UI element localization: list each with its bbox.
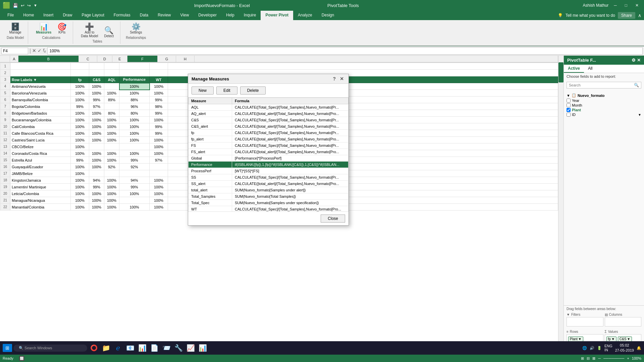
taskbar-battery-icon[interactable]: 🔋 [597,346,602,350]
cell-fp[interactable]: 100% [71,184,89,190]
measure-formula-cell[interactable]: SUM(Nuevo_formato[Samples under specific… [232,200,348,206]
measure-row[interactable]: SSCALCULATE([Total_Spec]/[Total_Samples]… [189,174,348,181]
measure-name-cell[interactable]: C&S [189,117,232,123]
kpis-button[interactable]: 🎯 KPIs [55,22,69,35]
taskbar-network-icon[interactable]: 🌐 [582,346,587,350]
measure-row[interactable]: FS_alertCALCULATE([total_alert]/[Total_S… [189,149,348,155]
col-header-g[interactable]: G [158,56,176,62]
cell-aql[interactable]: 100% [104,157,119,164]
cell-performance[interactable]: 94% [119,177,150,184]
cell-wt[interactable]: 100% [150,83,168,90]
cell-plant[interactable]: Estrella Azul [10,157,71,164]
quick-access-save[interactable]: 💾 [13,3,18,8]
cell-cs[interactable]: 97% [89,103,104,110]
cell-wt[interactable]: 100% [150,190,168,197]
dialog-help-icon[interactable]: ? [331,76,337,81]
cell-cs[interactable]: 99% [89,97,104,103]
quick-access-undo[interactable]: ↩ [21,3,24,8]
pivot-field-month-checkbox[interactable] [567,103,571,107]
col-header-d[interactable]: D [97,56,112,62]
taskbar-app1[interactable]: 📨 [161,343,172,353]
cell-aql[interactable] [104,170,119,177]
taskbar-excel[interactable]: 📊 [137,343,148,353]
cell-cs[interactable]: 100% [89,123,104,130]
chip-dropdown-fp[interactable]: ▼ [611,337,615,341]
measure-formula-cell[interactable]: CALCULATE([Total_Spec]/[Total_Samples],N… [232,130,348,136]
cell-aql[interactable]: 100% [104,117,119,123]
cell-cs[interactable]: 100% [89,117,104,123]
cell-wt[interactable]: 100% [150,150,168,157]
cell-plant[interactable]: Bridgetown/Barbados [10,110,71,117]
tell-me-field[interactable]: Tell me what you want to do [566,13,615,18]
start-button[interactable]: ⊞ [3,344,12,352]
measure-name-cell[interactable]: fp [189,130,232,136]
cell-performance[interactable]: 100% [119,137,150,143]
cell-cs[interactable] [89,170,104,177]
table-cell[interactable] [119,70,150,76]
pivot-tab-active[interactable]: Active [564,65,584,73]
taskbar-sound-icon[interactable]: 🔊 [590,346,594,350]
measure-formula-cell[interactable]: CALCULATE([total_alert]/[Total_Samples],… [232,111,348,117]
new-measure-button[interactable]: New [192,86,214,95]
cell-plant[interactable]: Guayaquil/Ecuador [10,164,71,170]
cell-aql[interactable]: 100% [104,197,119,204]
taskbar-app3[interactable]: 📊 [197,343,208,353]
pivot-search-input[interactable] [569,83,634,87]
measure-formula-cell[interactable]: CALCULATE([total_alert]/[Total_Samples],… [232,149,348,155]
cell-aql[interactable]: 100% [104,177,119,184]
settings-button[interactable]: ⚙️ Settings [127,22,144,35]
table-cell[interactable] [104,70,119,76]
measure-name-cell[interactable]: Global [189,155,232,162]
pivot-gear-icon[interactable]: ⚙ [632,58,636,63]
cell-performance[interactable]: 96% [119,103,150,110]
cell-performance[interactable]: 92% [119,164,150,170]
measure-row[interactable]: SS_alertCALCULATE([total_alert]/[Total_S… [189,181,348,187]
detect-button[interactable]: 🔍 Detect [102,26,116,39]
measure-name-cell[interactable]: AQL [189,104,232,111]
table-cell[interactable] [89,63,104,70]
table-cell[interactable] [71,63,89,70]
tab-formulas[interactable]: Formulas [109,11,135,20]
cell-aql[interactable]: 100% [104,130,119,137]
collapse-ribbon-button[interactable]: ∧ [638,13,641,18]
cell-aql[interactable]: 100% [104,190,119,197]
cell-performance[interactable]: 100% [119,190,150,197]
close-button[interactable]: ✕ [633,2,641,8]
cell-fp[interactable]: 100% [71,150,89,157]
col-header-f[interactable]: F [127,56,158,62]
cell-plant[interactable]: Managua/Nicaragua [10,197,71,204]
pivot-filters-content[interactable] [567,317,603,326]
cell-performance[interactable] [119,170,150,177]
confirm-formula-icon[interactable]: ✓ [38,48,42,53]
close-dialog-button[interactable]: Close [321,215,345,223]
scrollbar-thumb[interactable] [558,62,564,82]
cell-wt[interactable]: 100% [150,90,168,97]
table-cell[interactable] [150,70,168,76]
dialog-content[interactable]: Measure Formula AQLCALCULATE([Total_Spec… [188,98,348,212]
cell-wt[interactable]: 99% [150,110,168,117]
cell-aql[interactable] [104,103,119,110]
cell-wt[interactable]: 99% [150,97,168,103]
expand-icon[interactable]: ▼ [567,94,570,98]
measure-row[interactable]: AQLCALCULATE([Total_Spec]/[Total_Samples… [189,104,348,111]
measure-name-cell[interactable]: Total_Samples [189,193,232,200]
cell-wt[interactable]: 97% [150,157,168,164]
tab-design[interactable]: Design [317,11,339,20]
measure-formula-cell[interactable]: CALCULATE([Total_Spec]/[Total_Samples],N… [232,174,348,181]
chip-dropdown[interactable]: ▼ [578,337,582,341]
tab-analyze[interactable]: Analyze [293,11,317,20]
measure-row[interactable]: WTCALCULATE([Total_Spec]/[Total_Samples]… [189,206,348,212]
measure-row[interactable]: FSCALCULATE([Total_Spec]/[Total_Samples]… [189,142,348,149]
add-to-data-model-button[interactable]: ➕ Add toData Model [78,22,100,39]
measure-formula-cell[interactable]: CALCULATE([Total_Spec]/[Total_Samples],N… [232,104,348,111]
cell-plant[interactable]: Antimano/Venezuela [10,83,71,90]
col-header-b[interactable]: B [18,56,79,62]
measure-formula-cell[interactable]: CALCULATE([Total_Spec]/[Total_Samples],N… [232,117,348,123]
cell-cs[interactable]: 100% [89,204,104,210]
table-cell[interactable] [104,63,119,70]
cell-aql[interactable]: 100% [104,184,119,190]
formula-input[interactable] [47,47,643,55]
pivot-value-chip-cs[interactable]: C&S ▼ [618,337,632,342]
cell-cs[interactable]: 100% [89,137,104,143]
cell-cs[interactable]: 100% [89,130,104,137]
